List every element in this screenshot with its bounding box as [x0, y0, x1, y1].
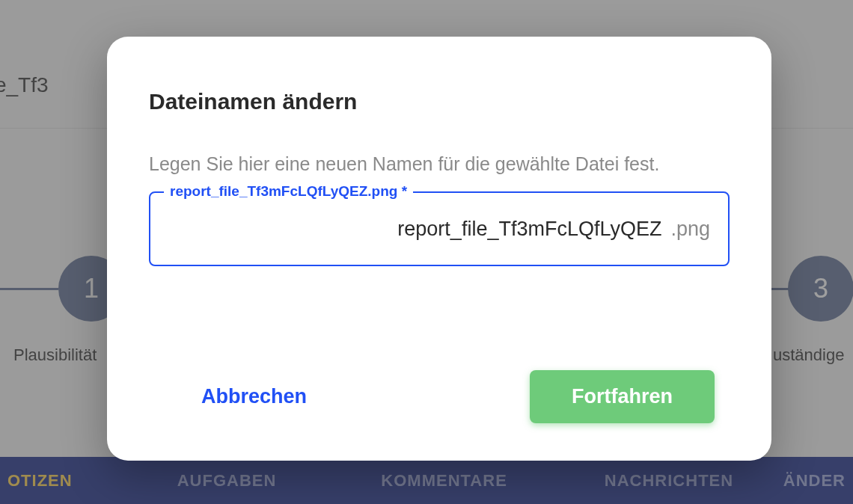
- filename-extension: .png: [666, 218, 710, 241]
- filename-field[interactable]: report_file_Tf3mFcLQfLyQEZ.png * .png: [149, 191, 730, 266]
- cancel-button[interactable]: Abbrechen: [201, 385, 307, 408]
- dialog-actions: Abbrechen Fortfahren: [149, 370, 730, 423]
- rename-file-dialog: Dateinamen ändern Legen Sie hier eine ne…: [107, 37, 771, 461]
- continue-button[interactable]: Fortfahren: [530, 370, 715, 423]
- filename-field-legend: report_file_Tf3mFcLQfLyQEZ.png *: [164, 183, 413, 200]
- filename-input[interactable]: [168, 218, 666, 241]
- dialog-subtitle: Legen Sie hier eine neuen Namen für die …: [149, 153, 730, 175]
- dialog-title: Dateinamen ändern: [149, 89, 730, 114]
